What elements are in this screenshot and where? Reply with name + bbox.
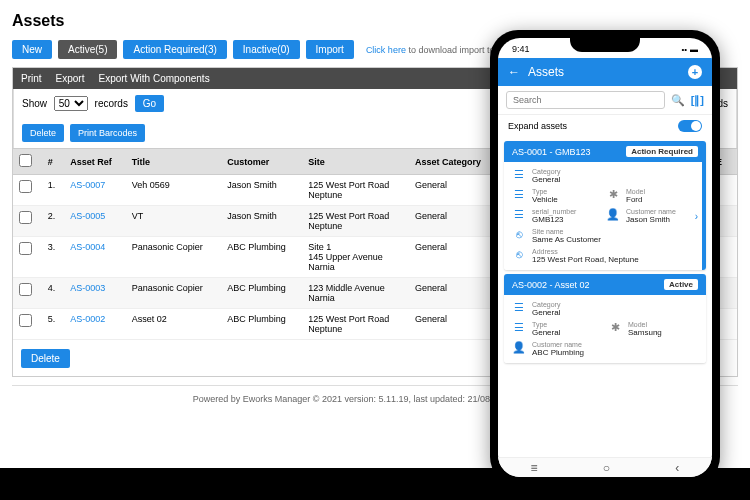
- asset-ref-link[interactable]: AS-0002: [70, 314, 105, 324]
- address-icon: ⎋: [512, 248, 526, 260]
- asset-ref-link[interactable]: AS-0005: [70, 211, 105, 221]
- col-customer[interactable]: Customer: [221, 149, 302, 175]
- row-checkbox[interactable]: [19, 283, 32, 296]
- asset-ref-link[interactable]: AS-0003: [70, 283, 105, 293]
- status-icons: ••▬: [681, 45, 698, 54]
- nav-back-icon[interactable]: ‹: [675, 461, 679, 475]
- active-filter[interactable]: Active(5): [58, 40, 117, 59]
- page-size-select[interactable]: 50: [54, 96, 88, 111]
- expand-toggle[interactable]: [678, 120, 702, 132]
- export-components-action[interactable]: Export With Components: [98, 73, 209, 84]
- import-button[interactable]: Import: [306, 40, 354, 59]
- inactive-filter[interactable]: Inactive(0): [233, 40, 300, 59]
- type-icon: ☰: [512, 188, 526, 201]
- col-category[interactable]: Asset Category: [409, 149, 499, 175]
- col-asset-ref[interactable]: Asset Ref: [64, 149, 126, 175]
- show-label: Show: [22, 98, 47, 109]
- location-icon: ⎋: [512, 228, 526, 240]
- new-button[interactable]: New: [12, 40, 52, 59]
- chevron-right-icon[interactable]: ›: [695, 211, 698, 222]
- asset-card: AS-0002 - Asset 02 Active ☰CategoryGener…: [504, 274, 706, 363]
- category-icon: ☰: [512, 301, 526, 314]
- col-site[interactable]: Site: [302, 149, 409, 175]
- status-badge: Action Required: [626, 146, 698, 157]
- search-icon[interactable]: 🔍: [671, 94, 685, 107]
- records-label: records: [95, 98, 128, 109]
- print-barcodes-button[interactable]: Print Barcodes: [70, 124, 145, 142]
- back-icon[interactable]: ←: [508, 65, 520, 79]
- row-checkbox[interactable]: [19, 314, 32, 327]
- person-icon: 👤: [512, 341, 526, 354]
- phone-notch: [570, 38, 640, 52]
- select-all-checkbox[interactable]: [19, 154, 32, 167]
- asset-ref-link[interactable]: AS-0004: [70, 242, 105, 252]
- page-title: Assets: [12, 12, 738, 30]
- asset-ref-link[interactable]: AS-0007: [70, 180, 105, 190]
- add-icon[interactable]: +: [688, 65, 702, 79]
- card-title: AS-0002 - Asset 02: [512, 280, 590, 290]
- status-badge: Active: [664, 279, 698, 290]
- search-input[interactable]: [506, 91, 665, 109]
- person-icon: 👤: [606, 208, 620, 221]
- nav-recent-icon[interactable]: ≡: [531, 461, 538, 475]
- expand-label: Expand assets: [508, 121, 567, 131]
- asset-card: AS-0001 - GMB123 Action Required ☰Catego…: [504, 141, 706, 270]
- export-action[interactable]: Export: [56, 73, 85, 84]
- delete-button-top[interactable]: Delete: [22, 124, 64, 142]
- category-icon: ☰: [512, 168, 526, 181]
- delete-button-bottom[interactable]: Delete: [21, 349, 70, 368]
- import-template-link[interactable]: Click here: [366, 45, 406, 55]
- col-title[interactable]: Title: [126, 149, 221, 175]
- go-button[interactable]: Go: [135, 95, 164, 112]
- nav-home-icon[interactable]: ○: [603, 461, 610, 475]
- phone-time: 9:41: [512, 44, 530, 54]
- model-icon: ✱: [606, 188, 620, 201]
- col-num[interactable]: #: [42, 149, 64, 175]
- row-checkbox[interactable]: [19, 211, 32, 224]
- app-title: Assets: [528, 65, 564, 79]
- type-icon: ☰: [512, 321, 526, 334]
- action-required-filter[interactable]: Action Required(3): [123, 40, 226, 59]
- phone-mockup: 9:41 ••▬ ← Assets + 🔍 [∥] Expand assets …: [490, 30, 720, 485]
- row-checkbox[interactable]: [19, 242, 32, 255]
- model-icon: ✱: [608, 321, 622, 334]
- row-checkbox[interactable]: [19, 180, 32, 193]
- card-title: AS-0001 - GMB123: [512, 147, 591, 157]
- print-action[interactable]: Print: [21, 73, 42, 84]
- barcode-icon[interactable]: [∥]: [691, 94, 704, 107]
- serial-icon: ☰: [512, 208, 526, 221]
